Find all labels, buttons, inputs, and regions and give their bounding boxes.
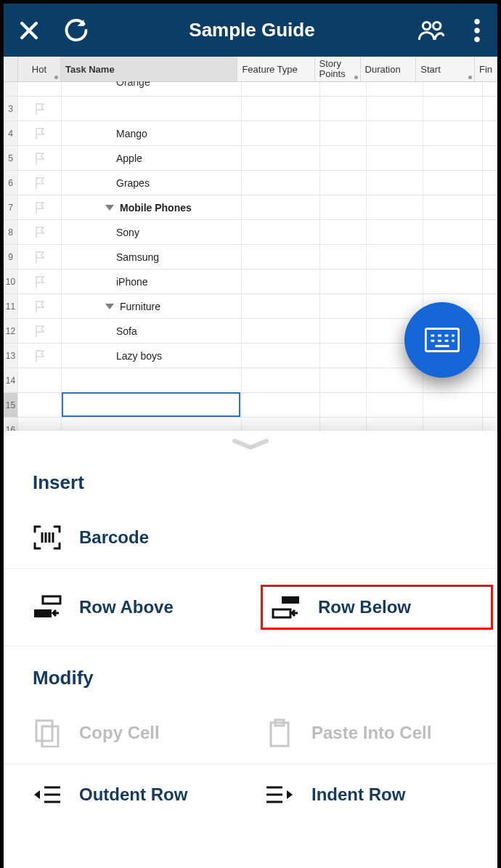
task-cell[interactable]: [62, 97, 242, 121]
flag-cell[interactable]: [18, 344, 62, 368]
table-row[interactable]: 10iPhone: [4, 269, 497, 294]
flag-cell[interactable]: [18, 121, 62, 145]
cell[interactable]: [367, 195, 423, 219]
close-button[interactable]: [4, 18, 54, 43]
cell[interactable]: [320, 171, 367, 195]
row-number[interactable]: 6: [4, 171, 18, 195]
cell[interactable]: [483, 319, 497, 343]
cell[interactable]: [423, 245, 483, 269]
cell[interactable]: [242, 294, 320, 318]
task-cell[interactable]: Mobile Phones: [62, 195, 242, 219]
barcode-item[interactable]: Barcode: [33, 523, 265, 552]
task-cell[interactable]: Furniture: [62, 294, 242, 318]
col-duration[interactable]: Duration: [361, 57, 417, 81]
flag-cell[interactable]: [18, 319, 62, 343]
cell[interactable]: [483, 171, 497, 195]
flag-cell[interactable]: [18, 393, 62, 417]
flag-cell[interactable]: [18, 245, 62, 269]
flag-cell[interactable]: [18, 195, 62, 219]
flag-cell[interactable]: [18, 220, 62, 244]
row-number[interactable]: 9: [4, 245, 18, 269]
cell[interactable]: [242, 82, 320, 96]
task-cell[interactable]: Grapes: [62, 171, 242, 195]
cell[interactable]: [242, 393, 320, 417]
row-number[interactable]: 7: [4, 195, 18, 219]
task-cell[interactable]: Lazy boys: [62, 344, 242, 368]
cell[interactable]: [320, 269, 367, 293]
cell[interactable]: [320, 368, 367, 392]
task-cell[interactable]: Sony: [62, 220, 242, 244]
caret-down-icon[interactable]: [105, 205, 114, 211]
col-start[interactable]: Start: [416, 57, 475, 81]
cell[interactable]: [483, 146, 497, 170]
row-number[interactable]: 4: [4, 121, 18, 145]
table-row[interactable]: 9Samsung: [4, 245, 497, 269]
cell[interactable]: [367, 269, 423, 293]
cell[interactable]: [242, 97, 320, 121]
cell[interactable]: [367, 220, 423, 244]
row-number[interactable]: 13: [4, 344, 18, 368]
table-row[interactable]: 7Mobile Phones: [4, 195, 497, 220]
col-task[interactable]: Task Name: [61, 57, 237, 81]
cell[interactable]: [242, 269, 320, 293]
task-cell[interactable]: [62, 393, 242, 417]
row-number[interactable]: 15: [4, 393, 18, 417]
cell[interactable]: [320, 97, 367, 121]
cell[interactable]: [483, 82, 497, 96]
cell[interactable]: [320, 195, 367, 219]
flag-cell[interactable]: [18, 368, 62, 392]
cell[interactable]: [320, 319, 367, 343]
flag-cell[interactable]: [18, 269, 62, 293]
task-cell[interactable]: iPhone: [62, 269, 242, 293]
spreadsheet-grid[interactable]: Hot Task Name Feature Type Story Points …: [4, 57, 497, 442]
sheet-drag-handle[interactable]: [4, 431, 497, 451]
cell[interactable]: [320, 245, 367, 269]
table-row[interactable]: 8Sony: [4, 220, 497, 245]
task-cell[interactable]: Sofa: [62, 319, 242, 343]
cell[interactable]: [242, 146, 320, 170]
table-row[interactable]: 4Mango: [4, 121, 497, 146]
flag-cell[interactable]: [18, 82, 62, 96]
cell[interactable]: [423, 171, 483, 195]
row-number[interactable]: 12: [4, 319, 18, 343]
indent-item[interactable]: Indent Row: [265, 780, 497, 809]
row-number[interactable]: 14: [4, 368, 18, 392]
row-above-item[interactable]: Row Above: [33, 585, 265, 630]
caret-down-icon[interactable]: [105, 304, 114, 309]
row-number[interactable]: 3: [4, 97, 18, 121]
cell[interactable]: [483, 368, 497, 392]
cell[interactable]: [483, 121, 497, 145]
cell[interactable]: [320, 82, 367, 96]
row-number[interactable]: [4, 82, 18, 96]
cell[interactable]: [320, 344, 367, 368]
cell[interactable]: [242, 171, 320, 195]
table-row[interactable]: 5Apple: [4, 146, 497, 171]
share-button[interactable]: [406, 19, 457, 42]
row-below-item[interactable]: Row Below: [261, 585, 493, 630]
cell[interactable]: [483, 269, 497, 293]
cell[interactable]: [242, 319, 320, 343]
table-row[interactable]: 15: [4, 393, 497, 418]
task-cell[interactable]: Mango: [62, 121, 242, 145]
table-row[interactable]: Orange: [4, 82, 497, 97]
cell[interactable]: [423, 146, 483, 170]
col-finish[interactable]: Fin: [475, 57, 497, 81]
col-story[interactable]: Story Points: [315, 57, 361, 81]
table-row[interactable]: 6Grapes: [4, 171, 497, 195]
col-rownum[interactable]: [4, 57, 18, 81]
row-number[interactable]: 11: [4, 294, 18, 318]
col-feature[interactable]: Feature Type: [237, 57, 314, 81]
outdent-item[interactable]: Outdent Row: [33, 780, 265, 809]
cell[interactable]: [367, 171, 423, 195]
flag-cell[interactable]: [18, 146, 62, 170]
cell[interactable]: [423, 393, 483, 417]
cell[interactable]: [423, 97, 483, 121]
cell[interactable]: [483, 245, 497, 269]
task-cell[interactable]: Apple: [62, 146, 242, 170]
row-number[interactable]: 10: [4, 269, 18, 293]
cell[interactable]: [320, 220, 367, 244]
row-number[interactable]: 8: [4, 220, 18, 244]
cell[interactable]: [242, 121, 320, 145]
cell[interactable]: [242, 220, 320, 244]
col-hot[interactable]: Hot: [18, 57, 61, 81]
